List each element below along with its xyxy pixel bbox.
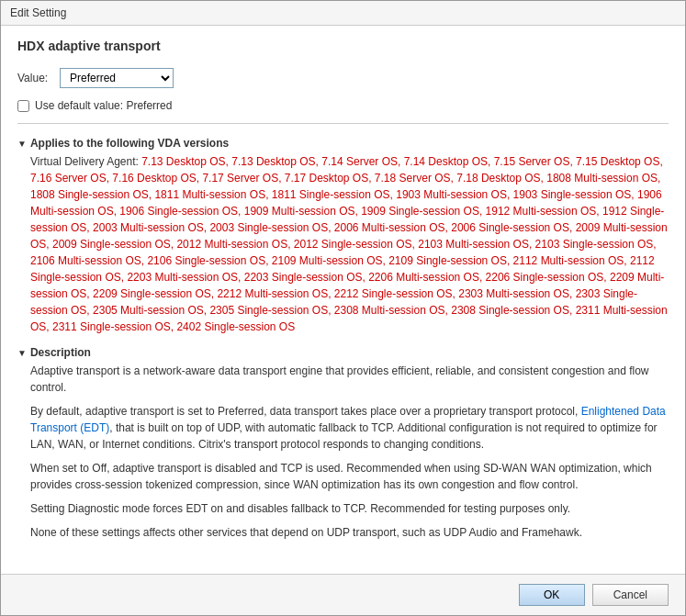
description-para-2: By default, adaptive transport is set to… xyxy=(30,403,669,453)
dialog-title-bar: Edit Setting xyxy=(1,1,685,26)
value-label: Value: xyxy=(17,72,51,84)
applies-vda-text: Virtual Delivery Agent: 7.13 Desktop OS,… xyxy=(30,155,668,333)
applies-section-title: Applies to the following VDA versions xyxy=(30,137,229,150)
description-section-title: Description xyxy=(30,346,91,359)
description-para-3: When set to Off, adaptive transport is d… xyxy=(30,460,669,493)
section-divider xyxy=(17,123,669,124)
description-section: ▼ Description Adaptive transport is a ne… xyxy=(17,346,669,541)
dialog-content: HDX adaptive transport Value: Preferred … xyxy=(1,26,685,574)
applies-section: ▼ Applies to the following VDA versions … xyxy=(17,137,669,335)
edit-setting-dialog: Edit Setting HDX adaptive transport Valu… xyxy=(0,0,686,616)
edt-link: Enlightened Data Transport (EDT) xyxy=(30,405,666,434)
ok-button[interactable]: OK xyxy=(519,584,585,606)
dialog-footer: OK Cancel xyxy=(1,574,685,615)
applies-collapse-icon[interactable]: ▼ xyxy=(17,139,27,149)
applies-section-body: Virtual Delivery Agent: 7.13 Desktop OS,… xyxy=(17,153,669,335)
description-para-1: Adaptive transport is a network-aware da… xyxy=(30,363,669,396)
description-collapse-icon[interactable]: ▼ xyxy=(17,348,27,358)
default-value-checkbox[interactable] xyxy=(17,100,29,112)
default-value-label: Use default value: Preferred xyxy=(35,99,172,112)
description-section-body: Adaptive transport is a network-aware da… xyxy=(17,363,669,541)
applies-section-header: ▼ Applies to the following VDA versions xyxy=(17,137,669,150)
value-select[interactable]: Preferred Diagnostic mode Off xyxy=(60,68,174,88)
dialog-title: Edit Setting xyxy=(10,6,66,19)
cancel-button[interactable]: Cancel xyxy=(592,584,669,606)
vda-red-versions: 7.13 Desktop OS, 7.13 Desktop OS, 7.14 S… xyxy=(30,155,668,333)
default-value-row: Use default value: Preferred xyxy=(17,99,669,112)
description-section-header: ▼ Description xyxy=(17,346,669,359)
main-title: HDX adaptive transport xyxy=(17,39,669,53)
description-para-4: Setting Diagnostic mode forces EDT on an… xyxy=(30,500,669,517)
description-para-5: None of these settings affects other ser… xyxy=(30,524,669,541)
value-row: Value: Preferred Diagnostic mode Off xyxy=(17,68,669,88)
